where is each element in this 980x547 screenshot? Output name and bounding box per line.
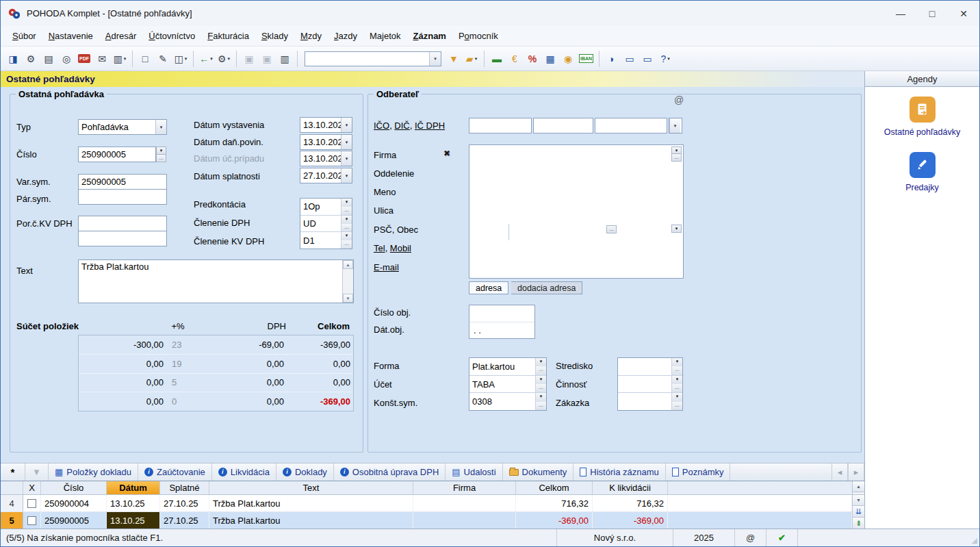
print-button[interactable]: ▤ (40, 50, 57, 67)
communication-button[interactable]: ◗ (604, 50, 620, 67)
print-settings-button[interactable]: ⚙ (23, 50, 39, 67)
menu-jazdy[interactable]: Jazdy (328, 31, 363, 41)
dic-input[interactable] (533, 118, 593, 133)
tab-polozky-dokladu[interactable]: ▦Položky dokladu (49, 463, 138, 481)
more-options-icon[interactable]: … (672, 402, 682, 410)
objednavka-box[interactable]: . . (469, 305, 535, 339)
chevron-down-icon[interactable]: ▾ (536, 393, 546, 402)
minimize-button[interactable]: — (885, 1, 916, 26)
scroll-down-icon[interactable]: ▼ (853, 494, 864, 505)
table-row[interactable]: 4 250900004 13.10.25 27.10.25 Tržba Plat… (1, 495, 852, 512)
email-at-icon[interactable]: @ (672, 94, 686, 105)
back-button[interactable]: ←▾ (198, 50, 214, 67)
maximize-button[interactable]: □ (916, 1, 948, 26)
more-options-icon[interactable]: … (341, 224, 352, 232)
search-combobox[interactable]: ▾ (305, 51, 441, 66)
ostatne-pohladavky-icon[interactable] (910, 97, 936, 123)
ico-dropdown-button[interactable]: ▾ (669, 118, 682, 133)
stredisko-combobox[interactable]: ▾… (618, 358, 682, 376)
more-options-icon[interactable]: … (536, 402, 546, 410)
ico-link[interactable]: IČO (374, 120, 389, 131)
filter-button[interactable]: ▼ (446, 50, 462, 67)
menu-adresar[interactable]: Adresár (99, 31, 143, 41)
ucet-combobox[interactable]: TABA ▾… (469, 376, 546, 394)
more-options-icon[interactable]: … (672, 384, 682, 392)
menu-sklady[interactable]: Sklady (255, 31, 294, 41)
porc-kvdph-input-2[interactable] (78, 231, 167, 246)
parsym-input[interactable] (78, 189, 167, 205)
predkontacia-combobox[interactable]: 1Op ▾… (300, 199, 352, 216)
star-tab[interactable]: * (1, 463, 25, 481)
chevron-down-icon[interactable]: ▾ (672, 376, 682, 385)
print-preview-button[interactable]: ◎ (58, 50, 75, 67)
scroll-down-icon[interactable]: ▼ (343, 294, 353, 303)
row-number[interactable]: 5 (1, 512, 23, 529)
resize-grip-icon[interactable]: ◢ (972, 536, 977, 545)
menu-uctovnictvo[interactable]: Účtovníctvo (142, 31, 201, 41)
menu-pomocnik[interactable]: Pomocník (452, 31, 504, 41)
chevron-down-icon[interactable]: ▾ (341, 168, 352, 183)
menu-subor[interactable]: Súbor (6, 31, 42, 41)
copy-button[interactable]: ▥ (276, 50, 293, 67)
tab-osobitna-uprava-dph[interactable]: iOsobitná úprava DPH (334, 463, 446, 481)
open-agenda-button[interactable]: ▰▾ (463, 50, 480, 67)
more-options-icon[interactable]: … (606, 225, 617, 233)
chevron-down-icon[interactable]: ▾ (672, 393, 682, 402)
more-options-icon[interactable]: … (156, 154, 166, 162)
chevron-down-icon[interactable]: ▾ (669, 118, 680, 133)
calculator-button[interactable]: ▦ (542, 50, 558, 67)
tab-dokumenty[interactable]: Dokumenty (503, 463, 574, 481)
predajky-icon[interactable] (910, 152, 936, 178)
text-scrollbar[interactable]: ▲ ▼ (342, 260, 353, 303)
menu-majetok[interactable]: Majetok (363, 31, 407, 41)
celkom-header[interactable]: Celkom (516, 481, 593, 494)
jump-next-icon[interactable]: ⇊ (853, 505, 864, 517)
settings-button[interactable]: ⚙▾ (216, 50, 232, 67)
chevron-down-icon[interactable]: ▾ (672, 358, 682, 367)
more-options-icon[interactable]: … (671, 153, 682, 162)
help-button[interactable]: ?▾ (657, 50, 673, 67)
mobil-link[interactable]: Mobil (390, 243, 411, 253)
tel-link[interactable]: Tel (374, 243, 385, 253)
varsym-input[interactable]: 250900005 (78, 174, 167, 190)
ico-input[interactable] (469, 118, 532, 133)
menu-mzdy[interactable]: Mzdy (294, 31, 328, 41)
dph-button[interactable]: % (524, 50, 541, 67)
chevron-down-icon[interactable]: ▾ (536, 358, 546, 367)
close-button[interactable]: ✕ (948, 1, 979, 26)
datum-header-sorted[interactable]: Dátum (107, 481, 160, 494)
klikvidacii-header[interactable]: K likvidácii (593, 481, 668, 494)
filter-tab[interactable]: ▼ (25, 463, 49, 481)
grid-scrollbar[interactable]: ▲ ▼ ⇊ ⇟ (852, 481, 864, 529)
send-email-button[interactable]: ✉ (94, 50, 110, 67)
pdf-export-button[interactable]: PDF (76, 50, 92, 67)
tab-historia-zaznamu[interactable]: História záznamu (573, 463, 665, 481)
tab-scroll-right-icon[interactable]: ▸ (848, 463, 864, 481)
text-header[interactable]: Text (209, 481, 413, 494)
datum-ucpripadu-input[interactable]: 13.10.2025 ▾ (300, 151, 352, 166)
table-row-selected[interactable]: 5 250900005 13.10.25 27.10.25 Tržba Plat… (1, 512, 852, 529)
tab-doklady[interactable]: iDoklady (276, 463, 334, 481)
cislo-header[interactable]: Číslo (41, 481, 107, 494)
forma-combobox[interactable]: Plat.kartou ▾… (469, 358, 546, 376)
currency-button[interactable]: ◉ (560, 50, 576, 67)
datum-splatnosti-input[interactable]: 27.10.2025 ▾ (300, 168, 352, 183)
chevron-down-icon[interactable]: ▾ (341, 135, 352, 149)
zakazka-combobox[interactable]: ▾… (618, 393, 682, 410)
save-close-button[interactable]: ▣ (259, 50, 275, 67)
checkbox-header[interactable]: X (23, 481, 41, 494)
tab-scroll-left-icon[interactable]: ◂ (831, 463, 848, 481)
columns-button[interactable]: ◫▾ (172, 50, 189, 67)
row-checkbox[interactable] (27, 499, 36, 508)
typ-combobox[interactable]: Pohľadávka ▾ (78, 119, 167, 135)
sidebar-item-predajky[interactable]: Predajky (903, 183, 942, 192)
tab-dodacia-adresa[interactable]: dodacia adresa (511, 281, 582, 294)
icdph-link[interactable]: IČ DPH (415, 120, 445, 131)
jump-last-icon[interactable]: ⇟ (853, 517, 864, 529)
euro-button[interactable]: € (506, 50, 523, 67)
tab-likvidacia[interactable]: iLikvidácia (212, 463, 276, 481)
iban-button[interactable]: IBAN (578, 50, 595, 67)
clear-address-button[interactable]: ✖ (443, 149, 450, 158)
cinnost-combobox[interactable]: ▾… (618, 376, 682, 394)
more-options-icon[interactable]: … (341, 240, 352, 249)
